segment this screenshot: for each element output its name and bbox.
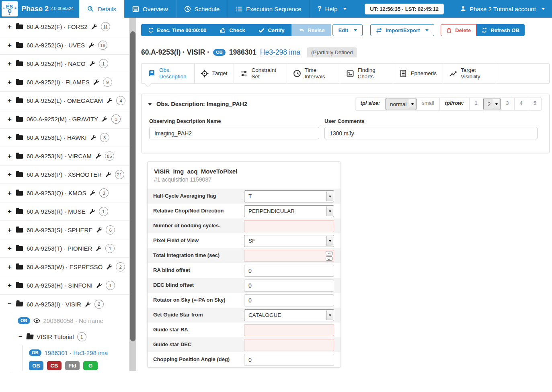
sidebar-run-item[interactable]: + 60.A-9253(L) · HAWKI 3 [0,129,129,147]
collapse-minus-icon[interactable]: − [18,334,23,340]
expand-plus-icon[interactable]: + [7,135,12,141]
subfolder-row[interactable]: − VISIR Tutorial 1 [11,328,129,345]
sidebar-run-item[interactable]: + 60.A-9253(S) · SPHERE 6 [0,221,129,239]
folder-icon [16,246,23,251]
tab-ephemeris[interactable]: Ephemeris [393,64,443,83]
ob-pill-badge: OB [213,49,226,56]
template-param-row: Half-Cycle Averaging flag T [148,189,341,204]
expand-plus-icon[interactable]: + [7,246,12,251]
tab-time-intervals[interactable]: Time Intervals [287,64,340,83]
tpl-row-4[interactable]: 4 [515,98,528,110]
param-select[interactable]: SF [244,235,334,247]
param-label: Get Guide Star from [148,312,244,318]
param-select[interactable]: PERPENDICULAR [244,205,334,217]
delete-button[interactable]: Delete [441,24,476,36]
ob-link[interactable]: 1986301 · He3-298 ima [45,349,108,356]
hidden-ob-row[interactable]: OB 200360058 · No name [11,313,129,328]
sidebar-run-item[interactable]: + 60.A-9253(T) · PIONIER 1 [0,239,129,258]
expand-plus-icon[interactable]: + [7,116,12,122]
tpl-row-1[interactable]: 1 [470,98,483,110]
expand-plus-icon[interactable]: + [7,190,12,196]
tab-bar-filler [496,64,549,83]
sidebar-scrollbar[interactable] [129,18,136,371]
expand-plus-icon[interactable]: + [7,153,12,159]
run-label: 60.A-9253(I) · VISIR [27,301,81,308]
param-input[interactable] [244,354,334,366]
sidebar-run-item[interactable]: + 60.A-9253(R) · MUSE 1 [0,202,129,221]
od-name-input[interactable] [149,127,319,139]
param-input-required[interactable] [244,339,334,351]
user-comments-input[interactable] [324,127,538,139]
tab-constraint-set[interactable]: Constraint Set [234,64,287,83]
expand-plus-icon[interactable]: + [7,61,12,67]
tpl-row-2[interactable]: 2 [483,98,501,110]
param-input[interactable] [244,294,334,306]
param-input-required[interactable] [244,324,334,336]
tab-target-visibility[interactable]: Target Visibility [443,64,496,83]
expand-plus-icon[interactable]: + [7,209,12,214]
param-control [244,339,334,351]
nav-tab-execution-sequence[interactable]: Execution Sequence [228,0,310,18]
spinner-up-button[interactable] [326,251,332,255]
expand-plus-icon[interactable]: + [7,227,12,233]
sidebar-run-item[interactable]: + 60.A-9252(G) · UVES 18 [0,36,129,55]
check-button[interactable]: Check [213,24,252,36]
tpl-row-5[interactable]: 5 [528,98,542,110]
tab-obs-description[interactable]: Obs. Description [142,64,195,83]
expand-plus-icon[interactable]: + [7,283,12,288]
nav-tab-schedule[interactable]: Schedule [176,0,228,18]
sidebar-run-item[interactable]: + 60.A-9252(L) · OMEGACAM 4 [0,92,129,110]
tab-finding-charts[interactable]: Finding Charts [340,64,393,83]
expand-plus-icon[interactable]: + [7,264,12,270]
run-label: 60.A-9253(S) · SPHERE [27,227,92,233]
param-input[interactable] [244,265,334,277]
param-number-input[interactable] [244,250,334,262]
tpl-row-3[interactable]: 3 [501,98,514,110]
revise-button[interactable]: Revise [291,24,332,36]
collapse-minus-icon[interactable]: − [7,301,12,307]
ob-count-badge: 18 [98,41,107,50]
param-label: Guide star RA [148,327,244,333]
tab-target[interactable]: Target [195,64,234,83]
sidebar-run-item[interactable]: + 60.A-9253(W) · ESPRESSO 2 [0,258,129,276]
exec-time-button[interactable]: Exec. Time 00:00:00 [141,24,213,36]
edit-button[interactable]: Edit [332,24,363,36]
sidebar-run-item[interactable]: + 060.A-9252(M) · GRAVITY 1 [0,110,129,129]
sidebar-run-item[interactable]: + 60.A-9252(F) · FORS2 11 [0,18,129,36]
param-select[interactable]: T [244,190,334,202]
chevron-down-icon [343,8,347,10]
ob-name-link[interactable]: He3-298 ima [260,48,300,57]
sidebar-run-item[interactable]: + 60.A-9253(N) · VIRCAM 85 [0,147,129,165]
expand-plus-icon[interactable]: + [7,80,12,85]
sidebar-run-item[interactable]: + 60.A-9252(I) · FLAMES 9 [0,73,129,92]
nav-tab-details[interactable]: Details [79,0,124,18]
import-export-button[interactable]: Import/Export [370,24,434,36]
expand-plus-icon[interactable]: + [7,43,12,48]
acquisition-template-card: VISIR_img_acq_MoveToPixel #1 acquisition… [147,161,341,368]
sidebar-run-item-visir[interactable]: − 60.A-9253(I) · VISIR 2 [0,295,129,313]
param-select[interactable]: CATALOGUE [244,309,334,321]
param-input[interactable] [244,280,334,292]
account-menu[interactable]: Phase 2 Tutorial account [453,0,552,18]
expand-plus-icon[interactable]: + [7,172,12,178]
sidebar-run-item[interactable]: + 60.A-9252(H) · NACO 1 [0,55,129,73]
image-icon [346,69,354,78]
spinner-down-button[interactable] [326,256,332,261]
nav-tab-help[interactable]: ? Help [310,0,355,18]
refresh-ob-button[interactable]: Refresh OB [476,24,525,36]
expand-plus-icon[interactable]: + [7,24,12,30]
tpl-size-small[interactable]: small [417,98,439,110]
tpl-size-normal[interactable]: normal [386,98,417,110]
param-input-required[interactable] [244,220,334,232]
ob-link-row[interactable]: OB 1986301 · He3-298 ima [23,345,129,360]
sidebar-run-item[interactable]: + 60.A-9253(H) · SINFONI 1 [0,276,129,295]
nav-tab-overview[interactable]: Overview [124,0,176,18]
param-label: Number of nodding cycles. [148,223,244,229]
sidebar-run-item[interactable]: + 60.A-9253(P) · XSHOOTER 21 [0,165,129,184]
certify-button[interactable]: Certify [252,24,291,36]
scrollbar-thumb[interactable] [130,31,135,341]
expand-plus-icon[interactable]: + [7,98,12,104]
folder-icon [16,265,23,270]
collapse-caret-icon[interactable] [148,103,152,106]
sidebar-run-item[interactable]: + 60.A-9253(Q) · KMOS 3 [0,184,129,202]
